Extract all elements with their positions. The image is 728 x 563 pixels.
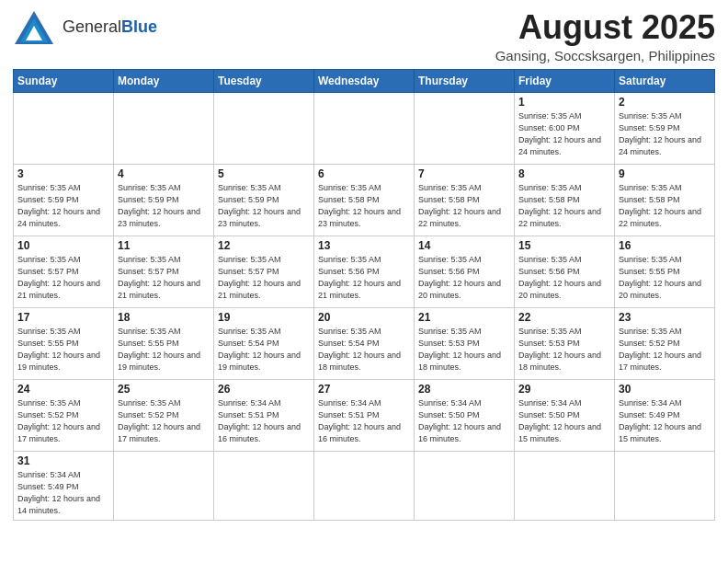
- day-info: Sunrise: 5:35 AM Sunset: 5:57 PM Dayligh…: [118, 254, 210, 302]
- day-info: Sunrise: 5:35 AM Sunset: 5:55 PM Dayligh…: [118, 326, 210, 373]
- calendar-cell: [114, 92, 214, 164]
- header: GeneralBlue August 2025 Gansing, Soccsks…: [13, 9, 715, 63]
- day-info: Sunrise: 5:35 AM Sunset: 5:52 PM Dayligh…: [619, 326, 711, 373]
- calendar-cell: 15Sunrise: 5:35 AM Sunset: 5:56 PM Dayli…: [515, 236, 615, 307]
- week-row-3: 17Sunrise: 5:35 AM Sunset: 5:55 PM Dayli…: [14, 307, 715, 379]
- week-row-1: 3Sunrise: 5:35 AM Sunset: 5:59 PM Daylig…: [14, 164, 715, 236]
- logo-blue: Blue: [121, 17, 157, 36]
- week-row-2: 10Sunrise: 5:35 AM Sunset: 5:57 PM Dayli…: [14, 236, 715, 307]
- day-info: Sunrise: 5:35 AM Sunset: 5:58 PM Dayligh…: [619, 182, 711, 230]
- calendar-cell: [515, 451, 615, 520]
- day-number: 10: [17, 239, 109, 252]
- day-info: Sunrise: 5:35 AM Sunset: 5:56 PM Dayligh…: [418, 254, 510, 302]
- day-number: 27: [318, 383, 410, 396]
- day-info: Sunrise: 5:35 AM Sunset: 5:57 PM Dayligh…: [218, 254, 310, 302]
- calendar-cell: 10Sunrise: 5:35 AM Sunset: 5:57 PM Dayli…: [14, 236, 114, 307]
- day-number: 16: [619, 239, 711, 252]
- calendar-cell: 16Sunrise: 5:35 AM Sunset: 5:55 PM Dayli…: [615, 236, 715, 307]
- day-info: Sunrise: 5:34 AM Sunset: 5:50 PM Dayligh…: [518, 397, 610, 445]
- weekday-header-tuesday: Tuesday: [214, 69, 314, 92]
- calendar-cell: 11Sunrise: 5:35 AM Sunset: 5:57 PM Dayli…: [114, 236, 214, 307]
- day-info: Sunrise: 5:34 AM Sunset: 5:49 PM Dayligh…: [619, 397, 711, 445]
- day-number: 6: [318, 167, 410, 180]
- week-row-0: 1Sunrise: 5:35 AM Sunset: 6:00 PM Daylig…: [14, 92, 715, 164]
- day-info: Sunrise: 5:35 AM Sunset: 5:55 PM Dayligh…: [17, 326, 109, 373]
- week-row-4: 24Sunrise: 5:35 AM Sunset: 5:52 PM Dayli…: [14, 379, 715, 451]
- calendar-cell: 26Sunrise: 5:34 AM Sunset: 5:51 PM Dayli…: [214, 379, 314, 451]
- day-info: Sunrise: 5:35 AM Sunset: 5:54 PM Dayligh…: [318, 326, 410, 373]
- day-number: 29: [518, 383, 610, 396]
- day-number: 7: [418, 167, 510, 180]
- calendar-cell: [615, 451, 715, 520]
- calendar-cell: 7Sunrise: 5:35 AM Sunset: 5:58 PM Daylig…: [415, 164, 515, 236]
- day-number: 3: [17, 167, 109, 180]
- day-number: 24: [17, 383, 109, 396]
- day-number: 31: [17, 454, 109, 467]
- weekday-header-sunday: Sunday: [14, 69, 114, 92]
- calendar-cell: 13Sunrise: 5:35 AM Sunset: 5:56 PM Dayli…: [314, 236, 415, 307]
- day-info: Sunrise: 5:35 AM Sunset: 5:56 PM Dayligh…: [518, 254, 610, 302]
- day-number: 22: [518, 311, 610, 324]
- weekday-header-wednesday: Wednesday: [314, 69, 415, 92]
- day-info: Sunrise: 5:35 AM Sunset: 5:59 PM Dayligh…: [218, 182, 310, 230]
- day-number: 23: [619, 311, 711, 324]
- day-info: Sunrise: 5:35 AM Sunset: 5:52 PM Dayligh…: [17, 397, 109, 445]
- day-info: Sunrise: 5:35 AM Sunset: 5:59 PM Dayligh…: [619, 110, 711, 158]
- calendar-cell: 21Sunrise: 5:35 AM Sunset: 5:53 PM Dayli…: [415, 307, 515, 379]
- day-number: 30: [619, 383, 711, 396]
- calendar-cell: [114, 451, 214, 520]
- day-info: Sunrise: 5:34 AM Sunset: 5:51 PM Dayligh…: [318, 397, 410, 445]
- day-info: Sunrise: 5:35 AM Sunset: 5:56 PM Dayligh…: [318, 254, 410, 302]
- day-number: 4: [118, 167, 210, 180]
- day-info: Sunrise: 5:35 AM Sunset: 5:55 PM Dayligh…: [619, 254, 711, 302]
- calendar-cell: [314, 92, 415, 164]
- day-number: 19: [218, 311, 310, 324]
- day-info: Sunrise: 5:34 AM Sunset: 5:51 PM Dayligh…: [218, 397, 310, 445]
- calendar-cell: 25Sunrise: 5:35 AM Sunset: 5:52 PM Dayli…: [114, 379, 214, 451]
- day-info: Sunrise: 5:35 AM Sunset: 5:54 PM Dayligh…: [218, 326, 310, 373]
- day-number: 8: [518, 167, 610, 180]
- calendar-cell: 31Sunrise: 5:34 AM Sunset: 5:49 PM Dayli…: [14, 451, 114, 520]
- calendar-cell: 6Sunrise: 5:35 AM Sunset: 5:58 PM Daylig…: [314, 164, 415, 236]
- day-number: 11: [118, 239, 210, 252]
- calendar-cell: 2Sunrise: 5:35 AM Sunset: 5:59 PM Daylig…: [615, 92, 715, 164]
- day-number: 20: [318, 311, 410, 324]
- day-info: Sunrise: 5:35 AM Sunset: 6:00 PM Dayligh…: [518, 110, 610, 158]
- day-info: Sunrise: 5:35 AM Sunset: 5:58 PM Dayligh…: [318, 182, 410, 230]
- calendar-cell: 28Sunrise: 5:34 AM Sunset: 5:50 PM Dayli…: [415, 379, 515, 451]
- calendar-cell: 4Sunrise: 5:35 AM Sunset: 5:59 PM Daylig…: [114, 164, 214, 236]
- day-info: Sunrise: 5:35 AM Sunset: 5:58 PM Dayligh…: [418, 182, 510, 230]
- day-info: Sunrise: 5:35 AM Sunset: 5:58 PM Dayligh…: [518, 182, 610, 230]
- calendar-cell: 1Sunrise: 5:35 AM Sunset: 6:00 PM Daylig…: [515, 92, 615, 164]
- day-number: 15: [518, 239, 610, 252]
- day-number: 28: [418, 383, 510, 396]
- day-number: 17: [17, 311, 109, 324]
- week-row-5: 31Sunrise: 5:34 AM Sunset: 5:49 PM Dayli…: [14, 451, 715, 520]
- day-number: 5: [218, 167, 310, 180]
- weekday-header-monday: Monday: [114, 69, 214, 92]
- title-block: August 2025 Gansing, Soccsksargen, Phili…: [495, 9, 715, 63]
- calendar-cell: 20Sunrise: 5:35 AM Sunset: 5:54 PM Dayli…: [314, 307, 415, 379]
- calendar-cell: 29Sunrise: 5:34 AM Sunset: 5:50 PM Dayli…: [515, 379, 615, 451]
- calendar-cell: 24Sunrise: 5:35 AM Sunset: 5:52 PM Dayli…: [14, 379, 114, 451]
- logo-text-block: GeneralBlue: [63, 18, 157, 37]
- day-info: Sunrise: 5:35 AM Sunset: 5:52 PM Dayligh…: [118, 397, 210, 445]
- day-number: 14: [418, 239, 510, 252]
- day-info: Sunrise: 5:35 AM Sunset: 5:59 PM Dayligh…: [17, 182, 109, 230]
- calendar-cell: [415, 451, 515, 520]
- calendar-cell: 12Sunrise: 5:35 AM Sunset: 5:57 PM Dayli…: [214, 236, 314, 307]
- weekday-header-friday: Friday: [515, 69, 615, 92]
- day-number: 18: [118, 311, 210, 324]
- day-info: Sunrise: 5:35 AM Sunset: 5:53 PM Dayligh…: [418, 326, 510, 373]
- weekday-header-thursday: Thursday: [415, 69, 515, 92]
- day-number: 1: [518, 96, 610, 109]
- day-number: 26: [218, 383, 310, 396]
- weekday-header-row: SundayMondayTuesdayWednesdayThursdayFrid…: [14, 69, 715, 92]
- logo: GeneralBlue: [13, 9, 157, 46]
- calendar-cell: 19Sunrise: 5:35 AM Sunset: 5:54 PM Dayli…: [214, 307, 314, 379]
- calendar-cell: 30Sunrise: 5:34 AM Sunset: 5:49 PM Dayli…: [615, 379, 715, 451]
- logo-icon: [13, 9, 55, 46]
- calendar-table: SundayMondayTuesdayWednesdayThursdayFrid…: [13, 69, 715, 521]
- calendar-cell: 14Sunrise: 5:35 AM Sunset: 5:56 PM Dayli…: [415, 236, 515, 307]
- day-number: 21: [418, 311, 510, 324]
